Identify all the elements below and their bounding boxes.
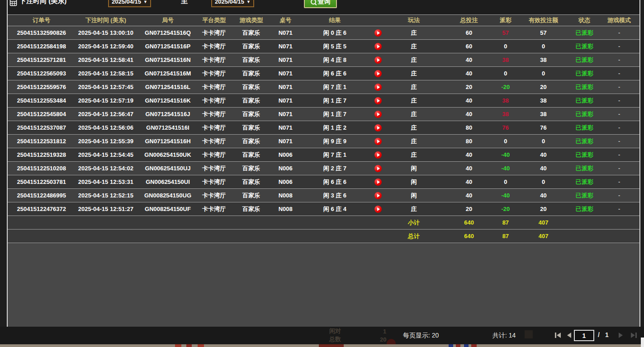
cell-result: 闲 1 庄 7 (297, 108, 373, 121)
cell-total-bet: 40 (444, 53, 494, 66)
cell-replay (373, 202, 384, 216)
date-from-select[interactable]: 2025/04/15 ▼ (108, 0, 151, 7)
background-bleed-text: 20 (380, 336, 386, 343)
replay-play-icon[interactable] (374, 178, 382, 186)
cell-bet-time: 2025-04-15 12:56:06 (76, 121, 137, 134)
cell-bet-time: 2025-04-15 12:58:41 (76, 53, 137, 66)
grand-total-mode-empty (599, 230, 639, 243)
cell-valid-bet: 38 (517, 108, 570, 121)
page-number-input[interactable]: 1 (574, 330, 594, 341)
cell-bet-time: 2025-04-15 12:58:15 (76, 67, 137, 80)
cell-platform-type: 卡卡湾厅 (199, 53, 229, 66)
cell-game-type: 百家乐 (229, 148, 274, 161)
cell-table-number: N071 (274, 67, 297, 80)
cell-order-id: 250415122553484 (8, 94, 76, 107)
cell-order-id: 250415122476372 (8, 202, 76, 216)
cell-round-id: GN0712541516N (136, 53, 199, 66)
cell-round-id: GN0712541516K (136, 94, 199, 107)
subtotal-payout: 87 (494, 216, 517, 229)
replay-play-icon[interactable] (374, 97, 382, 104)
cell-status: 已派彩 (570, 53, 599, 66)
cell-payout: -40 (494, 162, 517, 175)
replay-play-icon[interactable] (374, 56, 382, 64)
cell-platform-type: 卡卡湾厅 (199, 135, 229, 148)
cell-valid-bet: 0 (517, 175, 570, 188)
cell-replay (373, 53, 384, 66)
replay-play-icon[interactable] (374, 165, 382, 172)
query-button[interactable]: 查询 (304, 0, 337, 8)
cell-replay (373, 189, 384, 202)
replay-play-icon[interactable] (374, 70, 382, 77)
table-header-row: 订单号下注时间 (美东)局号平台类型游戏类型桌号结果玩法总投注派彩有效投注额状态… (8, 14, 639, 26)
date-to-select[interactable]: 2025/04/15 ▼ (211, 0, 254, 7)
table-empty-area (8, 243, 639, 327)
replay-play-icon[interactable] (374, 138, 382, 145)
last-page-button[interactable] (631, 333, 637, 338)
table-row: 2504151224869952025-04-15 12:52:15GN0082… (8, 189, 639, 202)
cell-round-id: GN008254150UG (136, 189, 199, 202)
cell-order-id: 250415132590826 (8, 26, 76, 39)
replay-play-icon[interactable] (374, 84, 382, 91)
header-replay (373, 15, 384, 26)
header-status: 状态 (570, 15, 599, 26)
cell-result: 闲 6 庄 6 (297, 175, 373, 188)
cell-game-type: 百家乐 (229, 53, 274, 66)
cell-payout: 0 (494, 40, 517, 53)
previous-page-button[interactable] (567, 333, 571, 338)
cell-status: 已派彩 (570, 121, 599, 134)
cell-status: 已派彩 (570, 80, 599, 94)
replay-play-icon[interactable] (374, 111, 382, 118)
cell-replay (373, 135, 384, 148)
header-game-type: 游戏类型 (229, 15, 274, 26)
strip-mark (456, 344, 460, 347)
cell-result: 闲 9 庄 9 (297, 135, 373, 148)
cell-order-id: 250415122571281 (8, 53, 76, 66)
cell-round-id: GN0712541516L (136, 80, 199, 94)
cell-payout: 38 (494, 94, 517, 107)
strip-mark (449, 344, 453, 347)
cell-game-mode: - (599, 189, 639, 202)
cell-table-number: N071 (274, 121, 297, 134)
cell-table-number: N071 (274, 53, 297, 66)
background-bottom-strip (0, 344, 644, 347)
replay-play-icon[interactable] (374, 206, 382, 213)
cell-order-id: 250415122537087 (8, 121, 76, 134)
cell-play-type: 庄 (384, 94, 444, 107)
table-row: 2504151225712812025-04-15 12:58:41GN0712… (8, 53, 639, 67)
strip-mark (198, 344, 204, 347)
cell-platform-type: 卡卡湾厅 (199, 121, 229, 134)
subtotal-mode-empty (599, 216, 639, 229)
cell-order-id: 250415122531812 (8, 135, 76, 148)
cell-platform-type: 卡卡湾厅 (199, 40, 229, 53)
cell-valid-bet: 40 (517, 148, 570, 161)
cell-play-type: 庄 (384, 40, 444, 53)
pagination-footer: 闲对 总数 1 20 每页显示: 20 共计: 14 1 / 1 (0, 327, 644, 344)
replay-play-icon[interactable] (374, 43, 382, 50)
first-page-button[interactable] (555, 333, 561, 338)
subtotal-row: 小计 640 87 407 (8, 216, 639, 230)
next-page-button[interactable] (619, 333, 623, 338)
cell-bet-time: 2025-04-15 12:51:27 (76, 202, 137, 216)
table-row: 2504151225193282025-04-15 12:54:45GN0062… (8, 148, 639, 162)
background-bleed-text: 1 (383, 328, 386, 335)
cell-table-number: N006 (274, 175, 297, 188)
background-bleed-box (525, 330, 533, 338)
replay-play-icon[interactable] (374, 29, 382, 37)
header-total-bet: 总投注 (444, 15, 494, 26)
replay-play-icon[interactable] (374, 124, 382, 131)
per-page-label: 每页显示: 20 (403, 332, 439, 340)
cell-game-type: 百家乐 (229, 26, 274, 39)
date-from-value: 2025/04/15 (112, 0, 141, 5)
cell-bet-time: 2025-04-15 12:57:45 (76, 80, 137, 94)
cell-platform-type: 卡卡湾厅 (199, 67, 229, 80)
table-row: 2504151225595762025-04-15 12:57:45GN0712… (8, 80, 639, 94)
cell-replay (373, 40, 384, 53)
total-pages-label: 1 (605, 331, 609, 338)
cell-table-number: N071 (274, 94, 297, 107)
strip-mark (464, 344, 469, 347)
cell-result: 闲 4 庄 8 (297, 53, 373, 66)
replay-play-icon[interactable] (374, 151, 382, 159)
replay-play-icon[interactable] (374, 192, 382, 199)
header-platform-type: 平台类型 (199, 15, 229, 26)
cell-platform-type: 卡卡湾厅 (199, 108, 229, 121)
